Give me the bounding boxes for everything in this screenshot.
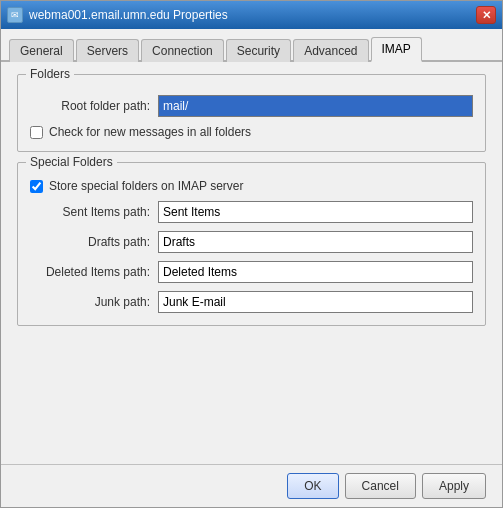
folders-section: Folders Root folder path: Check for new … (17, 74, 486, 152)
cancel-button[interactable]: Cancel (345, 473, 416, 499)
tab-content: Folders Root folder path: Check for new … (1, 62, 502, 464)
check-new-messages-checkbox[interactable] (30, 126, 43, 139)
apply-button[interactable]: Apply (422, 473, 486, 499)
bottom-bar: OK Cancel Apply (1, 464, 502, 507)
title-buttons: ✕ (476, 6, 496, 24)
drafts-input[interactable] (158, 231, 473, 253)
junk-input[interactable] (158, 291, 473, 313)
sent-items-input[interactable] (158, 201, 473, 223)
folders-section-title: Folders (26, 67, 74, 81)
properties-window: ✉ webma001.email.umn.edu Properties ✕ Ge… (0, 0, 503, 508)
sent-items-label: Sent Items path: (30, 205, 150, 219)
store-special-folders-label: Store special folders on IMAP server (49, 179, 244, 193)
close-button[interactable]: ✕ (476, 6, 496, 24)
special-folders-section-title: Special Folders (26, 155, 117, 169)
junk-label: Junk path: (30, 295, 150, 309)
check-new-messages-label: Check for new messages in all folders (49, 125, 251, 139)
tab-bar: General Servers Connection Security Adva… (1, 29, 502, 62)
deleted-items-row: Deleted Items path: (30, 261, 473, 283)
deleted-items-input[interactable] (158, 261, 473, 283)
ok-button[interactable]: OK (287, 473, 338, 499)
tab-security[interactable]: Security (226, 39, 291, 62)
store-special-folders-row: Store special folders on IMAP server (30, 179, 473, 193)
tab-advanced[interactable]: Advanced (293, 39, 368, 62)
tab-servers[interactable]: Servers (76, 39, 139, 62)
tab-imap[interactable]: IMAP (371, 37, 422, 62)
title-bar-left: ✉ webma001.email.umn.edu Properties (7, 7, 228, 23)
window-title: webma001.email.umn.edu Properties (29, 8, 228, 22)
drafts-row: Drafts path: (30, 231, 473, 253)
sent-items-row: Sent Items path: (30, 201, 473, 223)
title-bar: ✉ webma001.email.umn.edu Properties ✕ (1, 1, 502, 29)
deleted-items-label: Deleted Items path: (30, 265, 150, 279)
junk-row: Junk path: (30, 291, 473, 313)
root-folder-input[interactable] (158, 95, 473, 117)
store-special-folders-checkbox[interactable] (30, 180, 43, 193)
root-folder-label: Root folder path: (30, 99, 150, 113)
tab-general[interactable]: General (9, 39, 74, 62)
special-folders-section: Special Folders Store special folders on… (17, 162, 486, 326)
root-folder-row: Root folder path: (30, 95, 473, 117)
window-icon: ✉ (7, 7, 23, 23)
check-new-messages-row: Check for new messages in all folders (30, 125, 473, 139)
tab-connection[interactable]: Connection (141, 39, 224, 62)
drafts-label: Drafts path: (30, 235, 150, 249)
